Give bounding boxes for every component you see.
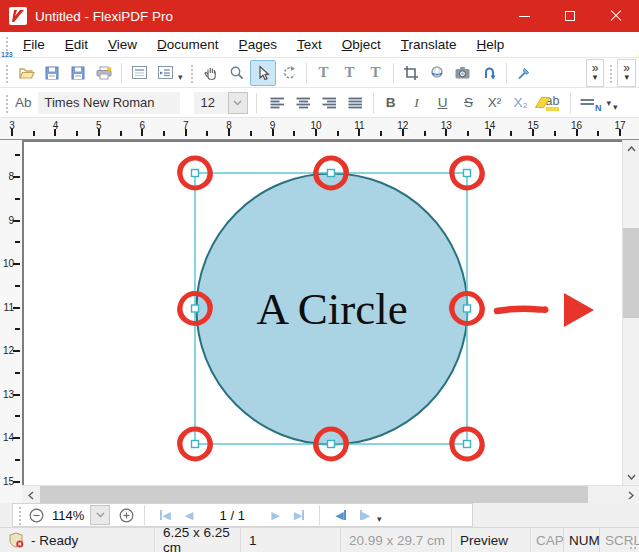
snapshot-button[interactable] <box>450 60 476 86</box>
add-text-button[interactable]: T★ <box>337 60 363 86</box>
web-capture-button[interactable] <box>424 60 450 86</box>
resize-grip[interactable] <box>626 539 636 549</box>
continuous-view-button[interactable] <box>152 60 178 86</box>
menu-edit[interactable]: Edit <box>55 33 98 56</box>
minimize-button[interactable] <box>501 0 547 32</box>
selection-handle[interactable] <box>464 305 471 312</box>
toolbar-grip[interactable] <box>4 63 8 83</box>
bold-button[interactable]: B <box>378 90 404 116</box>
triangle-left-icon: ◀ <box>162 509 170 522</box>
print-button[interactable] <box>91 60 117 86</box>
toolbar-separator <box>121 63 122 83</box>
menu-view[interactable]: View <box>98 33 147 56</box>
zoom-dropdown-button[interactable] <box>90 505 110 525</box>
cursor-arrow-icon <box>255 65 271 81</box>
hand-tool-button[interactable] <box>198 60 224 86</box>
crop-tool-button[interactable] <box>398 60 424 86</box>
scroll-left-button[interactable] <box>22 486 39 504</box>
next-page-button[interactable]: ▶ <box>271 509 279 522</box>
selection-handle[interactable] <box>464 170 471 177</box>
italic-button[interactable]: I <box>404 90 430 116</box>
previous-page-button[interactable]: ◀ <box>185 509 193 522</box>
align-center-icon <box>296 97 311 109</box>
align-justify-button[interactable] <box>343 90 369 116</box>
font-size-field[interactable]: 12 <box>194 92 228 114</box>
format-toolbar: Ab Times New Roman 12 B I U S X² X₂ ab <box>0 88 639 118</box>
scroll-right-button[interactable] <box>622 486 639 504</box>
selection-handle[interactable] <box>464 441 471 448</box>
nav-dropdown-icon[interactable]: ▾ <box>377 514 382 524</box>
vertical-scroll-thumb[interactable] <box>623 228 639 318</box>
align-left-button[interactable] <box>265 90 291 116</box>
document-page[interactable]: A Circle <box>22 140 622 485</box>
selection-handle[interactable] <box>192 441 199 448</box>
menu-text[interactable]: Text <box>287 33 332 56</box>
subscript-button[interactable]: X₂ <box>508 90 534 116</box>
save-all-button[interactable] <box>65 60 91 86</box>
zoom-level: 114% <box>52 508 84 523</box>
rotate-tool-button[interactable] <box>276 60 302 86</box>
toolbar-separator <box>506 63 507 83</box>
superscript-button[interactable]: X² <box>482 90 508 116</box>
strikethrough-button[interactable]: S <box>456 90 482 116</box>
previous-view-button[interactable]: ◀ <box>335 509 345 522</box>
toolbar-overflow-button[interactable]: » ▾ <box>586 59 605 87</box>
selection-handle[interactable] <box>328 441 335 448</box>
toolbar-overflow-button[interactable]: » ▾ <box>617 59 636 87</box>
first-page-button[interactable]: ◀ <box>160 509 170 522</box>
circle-label[interactable]: A Circle <box>256 284 407 334</box>
underline-button[interactable]: U <box>430 90 456 116</box>
font-size-dropdown-button[interactable] <box>228 92 248 114</box>
highlight-button[interactable]: ab <box>540 90 566 116</box>
horizontal-scroll-thumb[interactable] <box>40 486 588 503</box>
selection-handle[interactable] <box>192 305 199 312</box>
status-page-number: 1 <box>241 528 341 552</box>
scroll-down-button[interactable] <box>623 468 639 485</box>
edit-text-button[interactable]: T <box>311 60 337 86</box>
zoom-tool-button[interactable] <box>224 60 250 86</box>
menu-translate[interactable]: Translate <box>391 33 467 56</box>
font-name-field[interactable]: Times New Roman <box>38 92 180 114</box>
next-view-button[interactable]: ▶ <box>360 509 370 522</box>
toolbar-grip[interactable] <box>189 63 193 83</box>
menu-document[interactable]: Document <box>147 33 229 56</box>
toolbar-grip[interactable] <box>4 93 8 113</box>
line-spacing-dropdown-icon[interactable]: ▾ <box>607 98 612 108</box>
align-center-button[interactable] <box>291 90 317 116</box>
select-tool-button[interactable] <box>250 60 276 86</box>
page-indicator[interactable]: 1 / 1 <box>200 508 264 523</box>
eyedropper-button[interactable] <box>511 60 537 86</box>
vertical-scrollbar[interactable] <box>622 140 639 485</box>
selection-handle[interactable] <box>192 170 199 177</box>
floppy-disk-icon <box>44 65 60 81</box>
line-spacing-button[interactable]: N <box>575 90 607 116</box>
toolbar-grip[interactable] <box>608 63 612 83</box>
save-button[interactable] <box>39 60 65 86</box>
horizontal-scrollbar[interactable] <box>22 485 639 503</box>
uturn-arrow-button[interactable] <box>476 60 502 86</box>
close-icon <box>610 10 622 22</box>
format-overflow-icon[interactable]: ▾ <box>613 102 618 112</box>
toolbar-grip[interactable] <box>17 505 21 525</box>
zoom-in-button[interactable] <box>116 505 136 525</box>
open-button[interactable] <box>13 60 39 86</box>
eyedropper-icon <box>516 65 532 81</box>
align-right-button[interactable] <box>317 90 343 116</box>
zoom-out-button[interactable] <box>26 505 46 525</box>
view-dropdown-icon[interactable]: ▾ <box>178 72 183 82</box>
ruler-tick <box>15 459 20 461</box>
menu-pages[interactable]: Pages <box>229 33 287 56</box>
selection-handle[interactable] <box>328 170 335 177</box>
maximize-button[interactable] <box>547 0 593 32</box>
last-page-button[interactable]: ▶ <box>294 509 304 522</box>
close-button[interactable] <box>593 0 639 32</box>
menu-file[interactable]: File <box>13 33 55 56</box>
single-page-view-button[interactable] <box>126 60 152 86</box>
ruler-tick <box>13 437 20 439</box>
status-view-mode[interactable]: Preview <box>452 528 531 552</box>
menu-object[interactable]: Object <box>332 33 391 56</box>
ruler-tick <box>76 131 78 136</box>
menu-help[interactable]: Help <box>467 33 515 56</box>
scroll-up-button[interactable] <box>623 140 639 157</box>
page-numbering-button[interactable]: T123 <box>363 60 389 86</box>
